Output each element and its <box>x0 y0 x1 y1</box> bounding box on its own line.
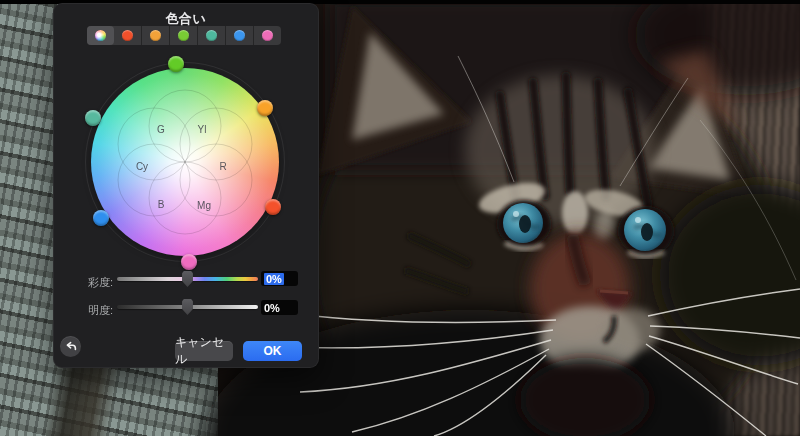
wheel-label-magenta: Mg <box>197 200 211 211</box>
hue-handle-blue[interactable] <box>93 210 109 226</box>
swatch-teal[interactable] <box>198 26 226 45</box>
swatch-pink[interactable] <box>254 26 281 45</box>
hue-handle-green[interactable] <box>168 56 184 72</box>
app-window: 色合い G Yl Cy R B Mg 彩度: <box>0 0 800 436</box>
swatch-green[interactable] <box>170 26 198 45</box>
hue-handle-orange[interactable] <box>257 100 273 116</box>
wheel-label-green: G <box>157 124 165 135</box>
brightness-slider-thumb[interactable] <box>181 299 194 315</box>
wheel-label-blue: B <box>158 199 165 210</box>
ok-button[interactable]: OK <box>243 341 302 361</box>
saturation-value: 0% <box>264 273 284 285</box>
saturation-label: 彩度: <box>79 275 113 290</box>
cancel-button[interactable]: キャンセル <box>175 341 233 361</box>
green-dot-icon <box>178 30 189 41</box>
pink-dot-icon <box>262 30 273 41</box>
brightness-value-field[interactable]: 0% <box>261 300 298 315</box>
swatch-multicolor[interactable] <box>87 26 114 45</box>
red-dot-icon <box>122 30 133 41</box>
orange-dot-icon <box>150 30 161 41</box>
hue-adjustment-panel: 色合い G Yl Cy R B Mg 彩度: <box>53 3 319 368</box>
wheel-petal-guides <box>91 68 279 256</box>
rainbow-dot-icon <box>95 30 106 41</box>
swatch-orange[interactable] <box>142 26 170 45</box>
hue-handle-teal[interactable] <box>85 110 101 126</box>
color-swatch-bar <box>87 26 281 45</box>
teal-dot-icon <box>206 30 217 41</box>
undo-button[interactable] <box>60 336 81 357</box>
wheel-label-red: R <box>219 161 226 172</box>
blue-dot-icon <box>234 30 245 41</box>
swatch-blue[interactable] <box>226 26 254 45</box>
saturation-slider-thumb[interactable] <box>181 271 194 287</box>
hue-handle-pink[interactable] <box>181 254 197 270</box>
swatch-red[interactable] <box>114 26 142 45</box>
brightness-value: 0% <box>264 302 280 314</box>
hue-handle-red-orange[interactable] <box>265 199 281 215</box>
wheel-label-cyan: Cy <box>136 161 148 172</box>
wood-texture-right <box>688 0 800 436</box>
brightness-label: 明度: <box>79 303 113 318</box>
undo-arrow-icon <box>65 341 77 353</box>
saturation-value-field[interactable]: 0% <box>261 271 298 286</box>
wheel-label-yellow: Yl <box>198 124 207 135</box>
